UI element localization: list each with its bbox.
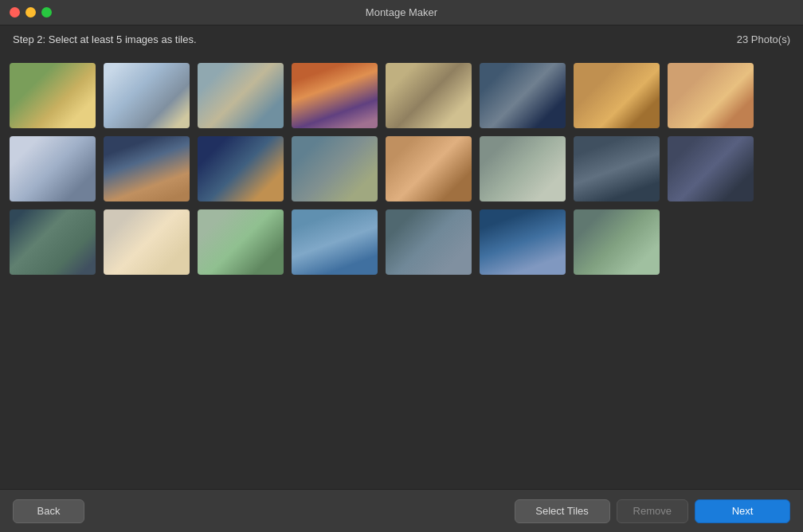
window-controls xyxy=(10,7,52,18)
thumbnail-grid xyxy=(10,60,793,278)
titlebar: Montage Maker xyxy=(0,0,803,25)
toolbar: Back Select Tiles Remove Next xyxy=(0,489,803,532)
thumbnail-19[interactable] xyxy=(292,209,378,275)
thumbnail-21[interactable] xyxy=(480,209,566,275)
thumbnail-16[interactable] xyxy=(10,209,96,275)
thumbnail-8[interactable] xyxy=(10,136,96,201)
thumbnail-18[interactable] xyxy=(198,209,284,275)
step-instruction: Step 2: Select at least 5 images as tile… xyxy=(13,33,197,45)
thumbnail-2[interactable] xyxy=(198,63,284,128)
close-button[interactable] xyxy=(10,7,20,18)
step-header: Step 2: Select at least 5 images as tile… xyxy=(0,25,803,53)
back-button[interactable]: Back xyxy=(13,499,84,523)
photo-count: 23 Photo(s) xyxy=(737,33,790,45)
thumbnail-14[interactable] xyxy=(574,136,660,201)
thumbnail-3[interactable] xyxy=(292,63,378,128)
thumbnail-1[interactable] xyxy=(104,63,190,128)
content-area xyxy=(0,53,803,489)
thumbnail-11[interactable] xyxy=(292,136,378,201)
select-tiles-button[interactable]: Select Tiles xyxy=(515,499,610,523)
thumbnail-15[interactable] xyxy=(668,136,754,201)
thumbnail-20[interactable] xyxy=(386,209,472,275)
thumbnail-9[interactable] xyxy=(104,136,190,201)
thumbnail-10[interactable] xyxy=(198,136,284,201)
thumbnail-0[interactable] xyxy=(10,63,96,128)
next-button[interactable]: Next xyxy=(695,499,790,523)
thumbnail-6[interactable] xyxy=(574,63,660,128)
minimize-button[interactable] xyxy=(25,7,36,18)
thumbnail-13[interactable] xyxy=(480,136,566,201)
thumbnail-12[interactable] xyxy=(386,136,472,201)
thumbnail-5[interactable] xyxy=(480,63,566,128)
thumbnail-4[interactable] xyxy=(386,63,472,128)
window-title: Montage Maker xyxy=(366,6,437,18)
maximize-button[interactable] xyxy=(41,7,52,18)
thumbnail-17[interactable] xyxy=(104,209,190,275)
thumbnail-7[interactable] xyxy=(668,63,754,128)
thumbnail-22[interactable] xyxy=(574,209,660,275)
remove-button: Remove xyxy=(617,499,688,523)
